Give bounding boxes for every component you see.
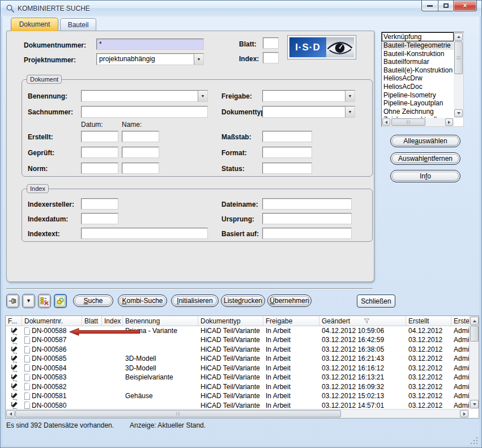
projektnummer-combobox[interactable]: projektunabhängig ▼ bbox=[96, 53, 204, 65]
table-row[interactable]: DN-000587 HiCAD Teil/Variante In Arbeit … bbox=[6, 335, 469, 344]
column-header-dokumentnr[interactable]: Dokumentnr. bbox=[22, 316, 82, 326]
dokument-group-title: Dokument bbox=[27, 75, 62, 84]
column-header-index[interactable]: Index bbox=[102, 316, 123, 326]
dokumenttyp-combobox[interactable]: ▼ bbox=[262, 106, 355, 118]
dropdown-button[interactable]: ▼ bbox=[22, 294, 35, 308]
maximize-button[interactable] bbox=[438, 1, 453, 11]
column-header-blatt[interactable]: Blatt bbox=[82, 316, 102, 326]
index-input[interactable] bbox=[263, 52, 279, 63]
suche-button[interactable]: Suche bbox=[73, 295, 113, 307]
status-input[interactable] bbox=[262, 163, 312, 174]
erstellt-datum-input[interactable] bbox=[81, 131, 118, 142]
resize-grip[interactable] bbox=[471, 437, 478, 444]
column-header-f[interactable]: F... bbox=[6, 316, 22, 326]
benennung-combobox[interactable]: ▼ bbox=[81, 90, 208, 102]
norm-name-input[interactable] bbox=[122, 163, 159, 174]
scroll-right-button[interactable] bbox=[445, 118, 453, 126]
initialisieren-button[interactable]: Initialisieren bbox=[171, 295, 219, 307]
scrollbar-thumb[interactable] bbox=[470, 326, 479, 342]
indexersteller-label: Indexersteller: bbox=[28, 200, 74, 208]
tab-bauteil[interactable]: Bauteil bbox=[60, 18, 96, 31]
column-header-erstellt[interactable]: Erstellt bbox=[406, 316, 451, 326]
table-horizontal-scrollbar[interactable] bbox=[6, 409, 469, 418]
remove-selection-button[interactable]: Auswahl entfernen bbox=[390, 152, 460, 165]
table-row[interactable]: DN-000583 Beispielvariante HiCAD Teil/Va… bbox=[6, 373, 469, 382]
geprueft-datum-input[interactable] bbox=[81, 147, 118, 158]
indextext-input[interactable] bbox=[81, 228, 208, 239]
table-row[interactable]: DN-000582 HiCAD Teil/Variante In Arbeit … bbox=[6, 382, 469, 391]
list-item[interactable]: HeliosAcDrw bbox=[382, 74, 454, 83]
listbox-vertical-scrollbar[interactable] bbox=[454, 32, 463, 118]
table-row[interactable]: DN-000585 3D-Modell HiCAD Teil/Variante … bbox=[6, 354, 469, 363]
scroll-down-button[interactable] bbox=[470, 400, 479, 408]
table-row[interactable]: DN-000580 HiCAD Teil/Variante In Arbeit … bbox=[6, 401, 469, 409]
table-row[interactable]: DN-000586 HiCAD Teil/Variante In Arbeit … bbox=[6, 345, 469, 354]
basiert-auf-input[interactable] bbox=[262, 228, 352, 239]
uebernehmen-button[interactable]: Übernehmen bbox=[267, 295, 312, 307]
scroll-down-button[interactable] bbox=[454, 109, 463, 117]
kombi-suche-button[interactable]: Kombi-Suche bbox=[118, 295, 167, 307]
column-header-dokumenttyp[interactable]: Dokumenttyp bbox=[198, 316, 263, 326]
scroll-left-button[interactable] bbox=[382, 118, 390, 126]
erstellt-name-input[interactable] bbox=[122, 131, 159, 142]
scrollbar-thumb[interactable] bbox=[454, 41, 463, 74]
verknuepfung-items: Bauteil-TeilegeometrieBauteil-Konstrukti… bbox=[382, 41, 454, 118]
table-row[interactable]: DN-000584 3D-Modell HiCAD Teil/Variante … bbox=[6, 364, 469, 373]
pen-edit-icon bbox=[11, 382, 18, 391]
close-button[interactable]: × bbox=[453, 1, 477, 11]
info-button[interactable]: Info bbox=[390, 170, 460, 182]
pen-edit-icon bbox=[11, 373, 18, 382]
column-header-geaendert[interactable]: Geändert bbox=[319, 316, 406, 326]
link-toggle-button[interactable] bbox=[54, 294, 67, 308]
list-item[interactable]: Pipeline-Isometry bbox=[382, 91, 454, 100]
scrollbar-thumb[interactable] bbox=[391, 118, 425, 126]
scroll-right-button[interactable] bbox=[460, 410, 468, 417]
chevron-down-icon[interactable]: ▼ bbox=[194, 54, 203, 65]
scroll-up-button[interactable] bbox=[470, 317, 479, 325]
scroll-up-button[interactable] bbox=[454, 33, 463, 41]
indexersteller-input[interactable] bbox=[81, 198, 118, 210]
chevron-down-icon[interactable]: ▼ bbox=[345, 91, 355, 101]
table-row[interactable]: DN-000588 Prisma - Variante HiCAD Teil/V… bbox=[6, 326, 469, 335]
massstab-input[interactable] bbox=[262, 131, 312, 142]
list-item[interactable]: Bauteil-Konstruktion bbox=[382, 50, 454, 58]
sort-list-button[interactable] bbox=[38, 294, 51, 308]
dokumentnummer-input[interactable] bbox=[96, 39, 204, 50]
chevron-down-icon[interactable]: ▼ bbox=[198, 91, 207, 101]
ursprung-input[interactable] bbox=[262, 213, 352, 224]
scroll-left-button[interactable] bbox=[6, 410, 15, 417]
index-groupbox: Index Indexersteller: Dateiname: Indexda… bbox=[22, 189, 373, 242]
format-input[interactable] bbox=[262, 147, 312, 158]
select-all-button[interactable]: Alle auswählen bbox=[390, 135, 460, 147]
tab-dokument[interactable]: Dokument bbox=[11, 18, 58, 31]
norm-datum-input[interactable] bbox=[81, 163, 118, 174]
list-item[interactable]: Bauteil(e)-Konstruktion bbox=[382, 66, 454, 75]
schliessen-button[interactable]: Schließen bbox=[357, 295, 395, 308]
sachnummer-input[interactable] bbox=[81, 106, 208, 118]
liste-drucken-button[interactable]: Liste drucken bbox=[221, 295, 265, 307]
column-header-benennung[interactable]: Benennung bbox=[123, 316, 198, 326]
list-item[interactable]: Ohne Zeichnung bbox=[382, 108, 454, 116]
verknuepfung-header[interactable]: Verknüpfung bbox=[382, 32, 454, 41]
chevron-down-icon[interactable]: ▼ bbox=[345, 106, 355, 117]
column-header-ersteller[interactable]: Erste bbox=[451, 316, 469, 326]
pin-button[interactable] bbox=[6, 294, 19, 308]
table-vertical-scrollbar[interactable] bbox=[469, 316, 479, 409]
freigabe-combobox[interactable]: ▼ bbox=[262, 90, 355, 102]
indexdatum-input[interactable] bbox=[81, 213, 118, 224]
minimize-button[interactable] bbox=[421, 1, 438, 11]
list-item[interactable]: HeliosAcDoc bbox=[382, 83, 454, 91]
geprueft-name-input[interactable] bbox=[122, 147, 159, 158]
column-header-freigabe[interactable]: Freigabe bbox=[263, 316, 319, 326]
list-item[interactable]: Bauteilformular bbox=[382, 58, 454, 66]
blatt-input[interactable] bbox=[263, 37, 279, 49]
eye-icon bbox=[326, 39, 353, 56]
geprueft-label: Geprüft: bbox=[28, 149, 54, 157]
dateiname-input[interactable] bbox=[262, 198, 352, 210]
list-item[interactable]: Bauteil-Teilegeometrie bbox=[382, 41, 454, 50]
listbox-horizontal-scrollbar[interactable] bbox=[382, 118, 454, 126]
table-row[interactable]: DN-000581 Gehäuse HiCAD Teil/Variante In… bbox=[6, 391, 469, 400]
scrollbar-thumb[interactable] bbox=[15, 410, 341, 417]
titlebar[interactable]: KOMBINIERTE SUCHE × bbox=[1, 1, 481, 16]
list-item[interactable]: Pipeline-Layoutplan bbox=[382, 99, 454, 108]
